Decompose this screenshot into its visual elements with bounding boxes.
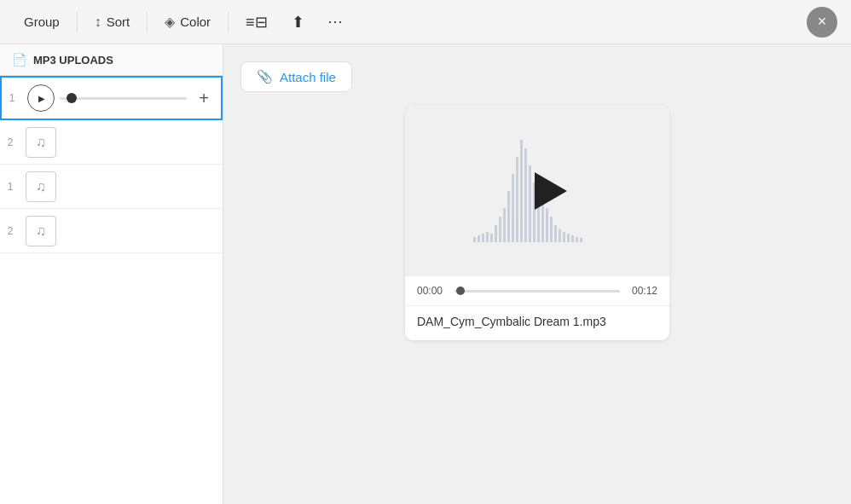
add-icon: + xyxy=(199,89,209,108)
svg-rect-7 xyxy=(516,157,518,242)
add-button[interactable]: + xyxy=(192,86,216,110)
waveform-area[interactable] xyxy=(405,106,669,276)
file-icon: 📄 xyxy=(12,53,26,67)
svg-rect-25 xyxy=(478,235,480,242)
more-button[interactable]: ··· xyxy=(318,8,354,36)
color-button[interactable]: ◈ Color xyxy=(154,9,221,35)
progress-dot xyxy=(67,93,77,103)
paperclip-icon: 📎 xyxy=(257,69,273,84)
svg-rect-10 xyxy=(529,165,531,242)
group-button[interactable]: Group xyxy=(14,9,70,34)
svg-rect-9 xyxy=(524,148,527,242)
row-number: 1 xyxy=(2,92,22,104)
table-row: 2 ♫ xyxy=(0,209,223,253)
filter-button[interactable]: ≡⊟ xyxy=(235,8,278,37)
music-note-icon: ♫ xyxy=(36,223,46,239)
svg-rect-6 xyxy=(512,174,514,242)
seek-bar[interactable] xyxy=(454,290,620,293)
play-overlay-button[interactable] xyxy=(535,172,567,210)
color-icon: ◈ xyxy=(165,14,175,30)
time-end: 00:12 xyxy=(627,285,657,297)
row-number: 1 xyxy=(0,181,20,193)
svg-rect-18 xyxy=(563,232,565,242)
left-panel: 📄 MP3 UPLOADS 1 ▶ + 2 ♫ xyxy=(0,44,223,504)
table-header-label: MP3 UPLOADS xyxy=(33,54,113,67)
svg-rect-19 xyxy=(567,234,570,242)
toolbar-divider-3 xyxy=(228,12,229,32)
svg-rect-14 xyxy=(546,208,548,242)
right-panel: 📎 Attach file xyxy=(223,44,851,504)
svg-rect-22 xyxy=(580,238,582,242)
more-icon: ··· xyxy=(328,13,344,31)
progress-bar-small[interactable] xyxy=(60,97,187,100)
music-icon-cell: ♫ xyxy=(26,216,56,246)
music-note-icon: ♫ xyxy=(36,135,46,150)
row-music-content: ♫ xyxy=(20,127,223,158)
row-music-content: ♫ xyxy=(20,171,223,202)
group-label: Group xyxy=(24,14,60,29)
seek-dot xyxy=(456,287,465,295)
toolbar-divider-1 xyxy=(77,12,78,32)
svg-rect-2 xyxy=(495,225,497,242)
color-label: Color xyxy=(180,14,211,29)
filename-label: DAM_Cym_Cymbalic Dream 1.mp3 xyxy=(405,305,669,340)
svg-rect-3 xyxy=(499,217,501,242)
svg-rect-21 xyxy=(576,237,578,242)
table-row: 2 ♫ xyxy=(0,120,223,165)
sort-label: Sort xyxy=(107,14,130,29)
music-icon-cell: ♫ xyxy=(26,171,56,202)
time-start: 00:00 xyxy=(417,285,448,297)
export-icon: ⬆ xyxy=(292,13,304,32)
svg-rect-4 xyxy=(503,208,506,242)
row-number: 2 xyxy=(0,225,20,237)
svg-rect-17 xyxy=(559,229,561,242)
svg-rect-1 xyxy=(490,234,493,242)
table-header: 📄 MP3 UPLOADS xyxy=(0,44,223,76)
svg-rect-24 xyxy=(482,234,484,242)
attach-file-label: Attach file xyxy=(280,70,336,84)
music-note-icon: ♫ xyxy=(36,179,46,194)
close-button[interactable]: × xyxy=(807,7,837,38)
svg-rect-16 xyxy=(554,225,557,242)
row-music-content: ♫ xyxy=(20,216,223,246)
svg-rect-5 xyxy=(507,191,510,242)
svg-rect-26 xyxy=(473,237,476,242)
svg-rect-20 xyxy=(571,235,574,242)
svg-rect-15 xyxy=(550,217,553,242)
toolbar-divider-2 xyxy=(147,12,148,32)
audio-card: 00:00 00:12 DAM_Cym_Cymbalic Dream 1.mp3 xyxy=(405,106,669,340)
attach-file-button[interactable]: 📎 Attach file xyxy=(240,61,352,92)
row-player-content: ▶ + xyxy=(22,84,221,112)
sort-button[interactable]: ↕ Sort xyxy=(84,9,141,35)
music-icon-cell: ♫ xyxy=(26,127,56,158)
svg-rect-23 xyxy=(486,232,489,242)
table-row: 1 ▶ + xyxy=(0,76,223,120)
row-number: 2 xyxy=(0,136,20,148)
sort-icon: ↕ xyxy=(95,14,101,30)
svg-rect-8 xyxy=(520,140,523,242)
export-button[interactable]: ⬆ xyxy=(281,8,315,37)
play-button-small[interactable]: ▶ xyxy=(27,84,55,112)
filter-icon: ≡⊟ xyxy=(246,13,268,32)
toolbar: Group ↕ Sort ◈ Color ≡⊟ ⬆ ··· × xyxy=(0,0,851,44)
table-row: 1 ♫ xyxy=(0,165,223,209)
close-icon: × xyxy=(818,13,827,31)
time-bar: 00:00 00:12 xyxy=(405,276,669,305)
play-icon-small: ▶ xyxy=(38,94,45,103)
main-content: 📄 MP3 UPLOADS 1 ▶ + 2 ♫ xyxy=(0,44,851,504)
